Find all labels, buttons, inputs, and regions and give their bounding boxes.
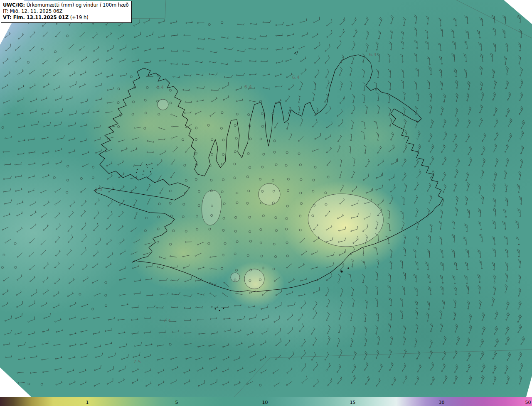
wind-station-circle — [340, 191, 341, 192]
wind-station-circle — [415, 257, 416, 258]
wind-station-circle — [250, 357, 251, 358]
wind-station-circle — [337, 47, 338, 49]
wind-station-circle — [391, 37, 392, 39]
wind-station-circle — [403, 344, 404, 345]
wind-station-circle — [236, 293, 237, 294]
wind-station-circle — [482, 203, 483, 204]
wind-station-circle — [41, 217, 42, 218]
contour-label: 4.4 — [156, 85, 164, 90]
wind-station-circle — [417, 269, 419, 270]
wind-station-circle — [337, 345, 338, 347]
wind-station-circle — [313, 100, 314, 101]
wind-station-circle — [376, 357, 377, 359]
wind-station-circle — [121, 359, 123, 360]
wind-station-circle — [404, 293, 406, 295]
wind-station-circle — [495, 318, 496, 320]
wind-station-circle — [351, 113, 352, 114]
wind-station-circle — [275, 103, 276, 104]
wind-station-circle — [494, 126, 495, 127]
wind-station-circle — [107, 90, 108, 91]
wind-station-circle — [314, 241, 315, 242]
wind-station-circle — [505, 372, 506, 374]
wind-station-circle — [313, 22, 315, 23]
wind-station-circle — [431, 74, 432, 75]
wind-station-circle — [443, 191, 444, 193]
wind-station-circle — [249, 216, 251, 218]
wind-station-circle — [199, 333, 200, 335]
wind-station-circle — [134, 25, 135, 26]
wind-station-circle — [94, 140, 96, 141]
wind-station-circle — [28, 139, 29, 141]
wind-station-circle — [313, 179, 315, 181]
wind-station-circle — [30, 269, 31, 270]
wind-station-circle — [520, 166, 522, 168]
wind-station-circle — [378, 241, 379, 242]
wind-station-circle — [365, 128, 366, 129]
wind-station-circle — [3, 102, 5, 103]
wind-station-circle — [3, 280, 5, 281]
wind-station-circle — [377, 320, 379, 322]
wind-station-circle — [235, 332, 236, 333]
wind-station-circle — [276, 230, 278, 232]
wind-station-circle — [467, 23, 468, 24]
wind-station-circle — [236, 241, 238, 243]
wind-station-circle — [55, 321, 56, 322]
wind-station-circle — [301, 308, 302, 309]
wind-station-circle — [260, 138, 262, 140]
wind-station-circle — [429, 347, 431, 348]
wind-station-circle — [197, 370, 198, 372]
wind-station-circle — [15, 61, 17, 63]
wind-station-circle — [55, 36, 57, 37]
wind-station-circle — [41, 383, 43, 385]
wind-station-circle — [427, 23, 429, 24]
wind-station-circle — [81, 254, 82, 255]
wind-station-circle — [30, 205, 31, 206]
wind-station-circle — [298, 140, 300, 142]
wind-station-circle — [92, 166, 94, 168]
wind-station-circle — [276, 86, 277, 88]
wind-station-circle — [299, 331, 300, 332]
wind-station-circle — [327, 165, 328, 166]
wind-station-circle — [224, 331, 225, 332]
wind-station-circle — [170, 102, 172, 104]
wind-station-circle — [442, 359, 443, 360]
wind-station-circle — [107, 138, 108, 139]
wind-station-circle — [15, 164, 16, 165]
wind-station-circle — [261, 61, 262, 62]
wind-station-circle — [480, 216, 481, 217]
wind-station-circle — [41, 244, 42, 245]
wind-station-circle — [389, 102, 390, 103]
wind-station-circle — [169, 202, 171, 204]
wind-station-circle — [275, 256, 277, 258]
wind-station-circle — [350, 346, 352, 347]
wind-station-circle — [443, 269, 444, 270]
wind-station-circle — [211, 139, 213, 141]
wind-station-circle — [14, 242, 16, 245]
wind-station-circle — [43, 177, 44, 178]
wind-station-circle — [507, 99, 509, 100]
wind-station-circle — [479, 112, 480, 113]
vestmannaeyjar-island — [223, 308, 224, 309]
wind-station-circle — [198, 190, 200, 192]
wind-station-circle — [481, 73, 482, 75]
wind-station-circle — [106, 37, 107, 38]
wind-station-circle — [133, 205, 135, 206]
wind-station-circle — [96, 100, 97, 101]
wind-station-circle — [130, 76, 132, 78]
wind-station-circle — [313, 369, 314, 371]
wind-station-circle — [146, 36, 148, 37]
model-name: UWC/IG: — [3, 2, 25, 8]
wind-station-circle — [82, 269, 84, 270]
wind-station-circle — [286, 100, 287, 102]
wind-station-circle — [404, 138, 405, 139]
wind-station-circle — [158, 180, 159, 181]
wind-station-circle — [169, 89, 171, 91]
wind-station-circle — [365, 345, 366, 346]
wind-station-circle — [118, 125, 120, 127]
wind-station-circle — [94, 255, 95, 257]
wind-station-circle — [506, 281, 507, 282]
wind-station-circle — [504, 178, 505, 179]
wind-station-circle — [302, 36, 303, 37]
wind-station-circle — [54, 75, 55, 76]
wind-station-circle — [212, 306, 213, 308]
